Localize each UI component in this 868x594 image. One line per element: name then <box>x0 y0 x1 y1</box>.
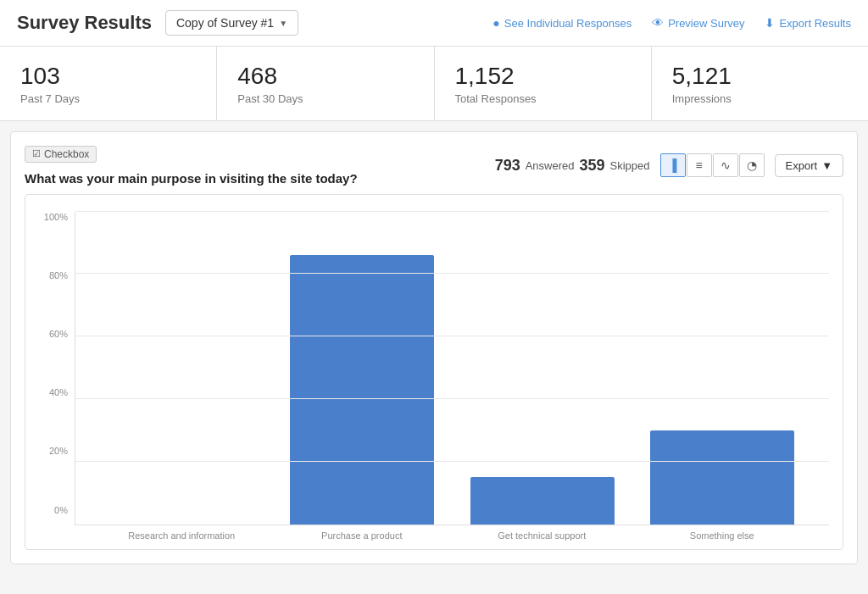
pie-chart-icon-btn[interactable]: ◔ <box>739 153 765 177</box>
stat-card-total: 1,152 Total Responses <box>435 47 652 120</box>
question-section: ☑ Checkbox What was your main purpose in… <box>10 131 858 564</box>
bar-group-technical <box>453 212 632 525</box>
question-header-left: ☑ Checkbox What was your main purpose in… <box>25 146 358 186</box>
question-header: ☑ Checkbox What was your main purpose in… <box>25 146 843 186</box>
bar-chart-icon-btn[interactable]: ▐ <box>660 153 686 177</box>
export-button[interactable]: Export ▼ <box>775 154 843 177</box>
question-header-right: 793 Answered 359 Skipped ▐ ≡ ∿ ◔ <box>495 153 843 177</box>
bars-container <box>75 212 829 525</box>
line-chart-icon: ∿ <box>721 158 731 172</box>
answered-skipped-stats: 793 Answered 359 Skipped <box>495 157 650 175</box>
question-type-badge: ☑ Checkbox <box>25 146 97 163</box>
list-icon: ≡ <box>695 158 702 172</box>
skipped-label: Skipped <box>610 159 650 172</box>
stat-value-impressions: 5,121 <box>672 62 848 91</box>
grid-line-20 <box>75 461 829 462</box>
x-label-research: Research and information <box>92 530 272 541</box>
page-title: Survey Results <box>17 12 152 34</box>
x-label-purchase: Purchase a product <box>272 530 453 541</box>
skipped-count: 359 <box>580 157 605 175</box>
y-label-100: 100% <box>44 212 68 222</box>
header-actions: ● See Individual Responses 👁 Preview Sur… <box>492 16 851 30</box>
list-chart-icon-btn[interactable]: ≡ <box>687 153 712 177</box>
export-label: Export <box>786 159 818 172</box>
stat-card-impressions: 5,121 Impressions <box>652 47 868 120</box>
grid-line-100 <box>75 211 829 212</box>
chart-container: 100% 80% 60% 40% 20% 0% <box>25 194 843 550</box>
bar-purchase <box>290 255 434 524</box>
x-labels: Research and information Purchase a prod… <box>75 525 829 541</box>
download-icon: ⬇ <box>765 16 775 30</box>
question-text: What was your main purpose in visiting t… <box>25 171 358 186</box>
grid-line-80 <box>75 273 829 274</box>
survey-dropdown[interactable]: Copy of Survey #1 ▼ <box>165 10 298 36</box>
stat-card-7days: 103 Past 7 Days <box>0 47 217 120</box>
bar-something <box>650 430 794 525</box>
stats-row: 103 Past 7 Days 468 Past 30 Days 1,152 T… <box>0 47 868 121</box>
pie-chart-icon: ◔ <box>747 158 757 172</box>
bar-group-purchase <box>272 212 452 525</box>
export-results-link[interactable]: ⬇ Export Results <box>765 16 851 30</box>
bar-group-something <box>632 212 812 525</box>
bar-group-research <box>92 212 272 525</box>
y-label-40: 40% <box>49 387 68 397</box>
y-label-20: 20% <box>49 446 68 456</box>
chevron-down-icon: ▼ <box>279 19 287 28</box>
stat-value-30days: 468 <box>237 62 413 91</box>
export-chevron-icon: ▼ <box>821 159 832 172</box>
y-label-0: 0% <box>54 505 68 515</box>
stat-card-30days: 468 Past 30 Days <box>217 47 434 120</box>
preview-survey-link[interactable]: 👁 Preview Survey <box>652 16 744 30</box>
see-individual-responses-link[interactable]: ● See Individual Responses <box>492 16 632 30</box>
stat-label-7days: Past 7 Days <box>20 92 196 105</box>
bar-technical <box>470 477 615 524</box>
x-label-technical: Get technical support <box>452 530 632 541</box>
preview-icon: 👁 <box>652 16 664 30</box>
y-label-80: 80% <box>49 270 68 280</box>
chart-type-icons: ▐ ≡ ∿ ◔ <box>660 153 765 177</box>
checkbox-icon: ☑ <box>32 148 41 159</box>
grid-line-40 <box>75 398 829 399</box>
chart-grid <box>75 212 829 525</box>
y-label-60: 60% <box>49 329 68 339</box>
stat-value-total: 1,152 <box>455 62 631 91</box>
chart-area: Research and information Purchase a prod… <box>75 212 829 541</box>
stat-value-7days: 103 <box>20 62 196 91</box>
grid-line-60 <box>75 336 829 336</box>
bar-chart-icon: ▐ <box>669 158 677 172</box>
page-header: Survey Results Copy of Survey #1 ▼ ● See… <box>0 0 868 47</box>
answered-count: 793 <box>495 157 520 175</box>
chart-wrapper: 100% 80% 60% 40% 20% 0% <box>39 212 829 541</box>
survey-name: Copy of Survey #1 <box>176 16 274 30</box>
stat-label-impressions: Impressions <box>672 92 848 105</box>
answered-label: Answered <box>526 159 575 172</box>
eye-icon: ● <box>492 16 499 30</box>
x-label-something: Something else <box>632 530 813 541</box>
line-chart-icon-btn[interactable]: ∿ <box>713 153 738 177</box>
y-axis: 100% 80% 60% 40% 20% 0% <box>39 212 75 541</box>
stat-label-total: Total Responses <box>455 92 631 105</box>
stat-label-30days: Past 30 Days <box>237 92 413 105</box>
